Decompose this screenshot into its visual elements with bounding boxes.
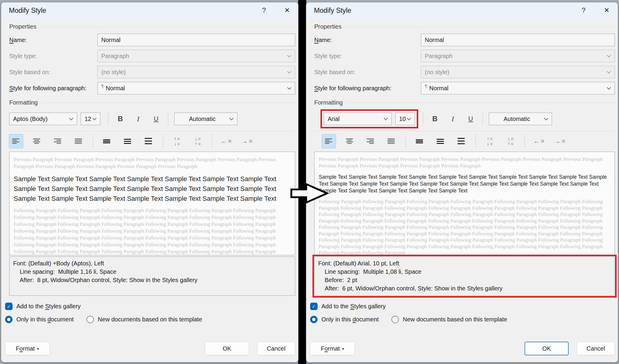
right-style-description-box: Font: (Default) Arial, 10 pt, Left Line …: [314, 256, 615, 296]
left-one-half-spacing-button[interactable]: [121, 134, 135, 148]
right-cancel-button[interactable]: Cancel: [577, 342, 615, 355]
left-decrease-indent-button[interactable]: ←≡: [219, 134, 233, 148]
left-single-spacing-button[interactable]: [100, 134, 114, 148]
left-font-name-value: Aptos (Body): [13, 116, 48, 122]
left-double-spacing-button[interactable]: [142, 134, 155, 148]
left-name-input[interactable]: [97, 34, 295, 46]
left-style-based-on-label: Style based on:: [9, 69, 97, 76]
right-decrease-indent-button[interactable]: ←≡: [532, 134, 546, 148]
right-align-justify-button[interactable]: [385, 134, 398, 148]
left-style-description-box: Font: (Default) +Body (Aptos), Left Line…: [9, 256, 295, 296]
left-font-size-dropdown[interactable]: 12: [81, 113, 100, 125]
left-arrow-down-icon: ↓: [195, 136, 197, 141]
left-properties-section-text: Properties: [9, 23, 36, 30]
right-close-icon[interactable]: ✕: [604, 7, 609, 14]
right-new-documents-radio[interactable]: [391, 316, 399, 323]
right-single-spacing-button[interactable]: [413, 134, 427, 148]
right-separator: [525, 134, 525, 148]
right-format-button[interactable]: Format ▾: [310, 342, 355, 355]
left-increase-paragraph-spacing-button[interactable]: ↑≡ ↓≡: [170, 134, 184, 148]
left-format-button[interactable]: Format ▾: [5, 342, 50, 355]
right-name-input[interactable]: [421, 34, 615, 46]
right-bold-button[interactable]: B: [429, 112, 441, 126]
left-description-line: Line spacing: Multiple 1,16 li, Space: [13, 267, 291, 276]
right-align-left-button[interactable]: [322, 134, 336, 148]
left-add-to-gallery-checkbox[interactable]: ✓: [5, 303, 13, 310]
right-title-bar[interactable]: Modify Style ? ✕: [306, 2, 618, 18]
right-style-type-dropdown: Paragraph: [421, 50, 615, 62]
right-chevron-down-icon: [607, 53, 611, 57]
left-only-this-document-radio[interactable]: [5, 316, 13, 323]
right-double-spacing-button[interactable]: [455, 134, 468, 148]
right-formatting-section-label: Formatting: [314, 99, 615, 106]
right-increase-paragraph-spacing-button[interactable]: ↑≡ ↓≡: [483, 134, 497, 148]
left-separator: [108, 112, 108, 126]
right-separator: [405, 134, 406, 148]
left-following-paragraph-dropdown[interactable]: ¶ Normal: [97, 82, 295, 94]
left-bold-button[interactable]: B: [114, 112, 126, 126]
right-style-based-on-value: (no style): [425, 69, 449, 76]
right-align-right-button[interactable]: [364, 134, 377, 148]
right-italic-button[interactable]: I: [447, 112, 459, 126]
left-align-left-button[interactable]: [9, 134, 23, 148]
right-arrow-right-icon: →: [554, 138, 560, 145]
left-lines-icon: ≡: [177, 141, 180, 146]
right-help-icon[interactable]: ?: [582, 7, 586, 15]
left-italic-button[interactable]: I: [132, 112, 144, 126]
right-new-documents-label: New documents based on this template: [403, 316, 507, 323]
right-dialog-title: Modify Style: [314, 7, 351, 15]
right-separator: [423, 112, 423, 126]
right-following-paragraph-dropdown[interactable]: ¶ Normal: [421, 82, 615, 94]
right-properties-section-rule: [344, 27, 615, 27]
right-increase-indent-button[interactable]: →≡: [553, 134, 567, 148]
right-decrease-paragraph-spacing-button[interactable]: ↓≡ ↑≡: [504, 134, 517, 148]
right-only-this-document-label: Only in this document: [321, 316, 379, 323]
left-lines-icon: ≡: [177, 136, 180, 141]
left-font-color-dropdown[interactable]: Automatic: [174, 113, 237, 125]
left-new-documents-radio[interactable]: [86, 316, 94, 323]
left-align-center-icon: [33, 138, 41, 144]
left-following-paragraph-value: Normal: [106, 85, 125, 92]
right-description-line: Font: (Default) Arial, 10 pt, Left: [318, 259, 611, 267]
right-style-based-on-dropdown: (no style): [421, 66, 615, 78]
right-following-paragraph-text: Following Paragraph Following Paragraph …: [319, 198, 610, 255]
right-arrow-up-icon: ↑: [487, 136, 489, 141]
right-chevron-down-icon: [407, 116, 411, 120]
right-one-half-spacing-button[interactable]: [434, 134, 447, 148]
left-separator: [212, 134, 212, 148]
left-help-icon[interactable]: ?: [262, 7, 266, 15]
left-close-icon[interactable]: ✕: [284, 7, 290, 14]
right-align-center-button[interactable]: [343, 134, 357, 148]
right-underline-button[interactable]: U: [465, 112, 477, 126]
left-underline-button[interactable]: U: [150, 112, 162, 126]
left-description-line: After: 8 pt, Widow/Orphan control, Style…: [13, 276, 291, 284]
left-align-right-button[interactable]: [51, 134, 65, 148]
left-align-center-button[interactable]: [30, 134, 44, 148]
right-format-button-label: Format: [321, 345, 340, 352]
right-separator: [475, 134, 476, 148]
right-ok-button[interactable]: OK: [525, 342, 569, 355]
left-cancel-button[interactable]: Cancel: [257, 342, 295, 355]
right-name-label: Name:: [314, 37, 421, 43]
right-font-color-dropdown[interactable]: Automatic: [489, 113, 552, 125]
right-only-this-document-radio[interactable]: [310, 316, 318, 323]
right-font-name-dropdown[interactable]: Arial: [324, 113, 392, 125]
left-only-this-document-label: Only in this document: [16, 316, 74, 323]
left-increase-indent-button[interactable]: →≡: [240, 134, 254, 148]
right-lines-icon: ≡: [511, 136, 514, 141]
right-arrow-up-icon: ↑: [508, 141, 510, 146]
left-decrease-paragraph-spacing-button[interactable]: ↓≡ ↑≡: [191, 134, 205, 148]
left-font-name-dropdown[interactable]: Aptos (Body): [9, 113, 77, 125]
left-ok-button[interactable]: OK: [205, 342, 249, 355]
right-modify-style-dialog: Modify Style ? ✕ Properties Name: Style …: [306, 2, 618, 362]
left-following-paragraph-label: Style for following paragraph:: [9, 85, 97, 92]
right-double-spacing-icon: [458, 138, 465, 145]
transition-arrow-icon: [290, 182, 329, 205]
right-font-name-value: Arial: [328, 116, 340, 122]
right-font-size-dropdown[interactable]: 10: [395, 113, 415, 125]
left-previous-paragraph-text: Previous Paragraph Previous Paragraph Pr…: [14, 156, 291, 170]
left-align-justify-button[interactable]: [72, 134, 85, 148]
right-add-to-gallery-checkbox[interactable]: ✓: [310, 303, 318, 310]
left-title-bar[interactable]: Modify Style ? ✕: [1, 2, 298, 18]
left-new-documents-label: New documents based on this template: [98, 316, 202, 323]
